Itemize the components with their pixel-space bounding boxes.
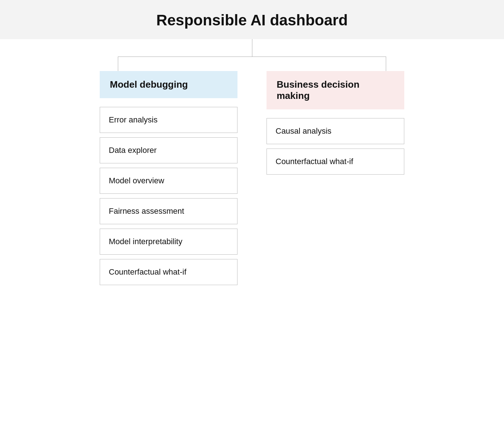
columns-container: Model debugging Error analysis Data expl… <box>100 71 404 289</box>
model-debugging-column: Model debugging Error analysis Data expl… <box>100 71 237 289</box>
left-branch-line <box>118 57 118 71</box>
item-data-explorer[interactable]: Data explorer <box>100 137 237 163</box>
business-decision-header: Business decision making <box>267 71 404 109</box>
item-fairness-assessment[interactable]: Fairness assessment <box>100 198 237 224</box>
model-debugging-header: Model debugging <box>100 71 237 98</box>
item-counterfactual-whatif-right[interactable]: Counterfactual what-if <box>267 149 404 175</box>
branch-connector <box>100 57 404 71</box>
root-connector-line <box>252 39 252 57</box>
business-decision-column: Business decision making Causal analysis… <box>267 71 404 179</box>
horizontal-line <box>118 57 386 57</box>
title-bar: Responsible AI dashboard <box>0 0 504 39</box>
item-model-overview[interactable]: Model overview <box>100 168 237 194</box>
item-model-interpretability[interactable]: Model interpretability <box>100 229 237 255</box>
item-causal-analysis[interactable]: Causal analysis <box>267 118 404 144</box>
business-decision-items: Causal analysis Counterfactual what-if <box>267 118 404 179</box>
model-debugging-items: Error analysis Data explorer Model overv… <box>100 107 237 289</box>
item-counterfactual-whatif-left[interactable]: Counterfactual what-if <box>100 259 237 285</box>
right-branch-line <box>386 57 386 71</box>
page-title: Responsible AI dashboard <box>0 12 504 29</box>
item-error-analysis[interactable]: Error analysis <box>100 107 237 133</box>
diagram-container: Model debugging Error analysis Data expl… <box>0 39 504 289</box>
